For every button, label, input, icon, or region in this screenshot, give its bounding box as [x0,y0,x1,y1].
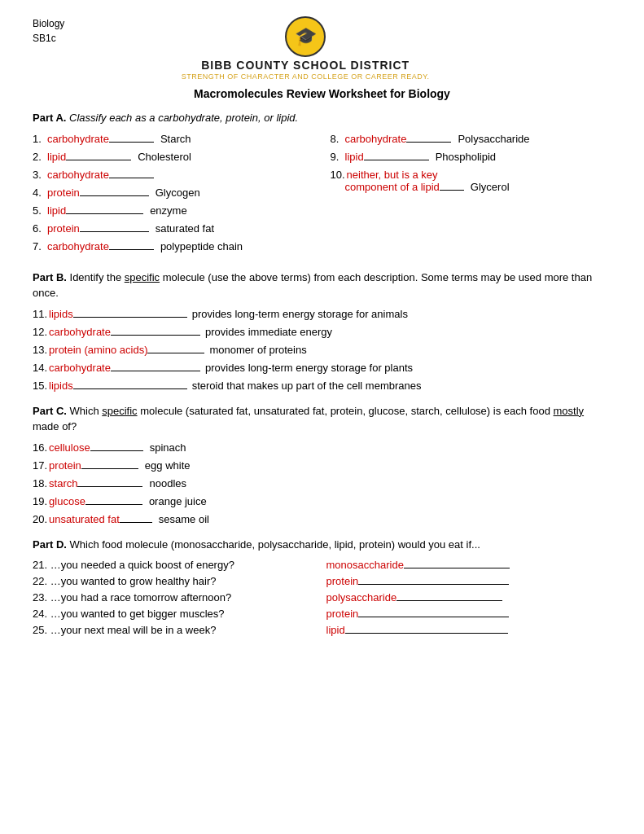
list-item: 11. lipids provides long-term energy sto… [33,308,611,320]
school-logo: 🎓 [285,16,326,57]
list-item: 2. lipid Cholesterol [33,151,314,163]
part-d-section: Part D. Which food molecule (monosacchar… [33,537,611,637]
list-item: 22. …you wanted to grow healthy hair? pr… [33,575,611,587]
list-item: 24. …you wanted to get bigger muscles? p… [33,608,611,620]
page-title: Macromolecules Review Worksheet for Biol… [33,87,611,100]
list-item: 9. lipid Phospholipid [331,151,612,163]
graduation-cap-icon: 🎓 [295,26,317,47]
list-item: 20. unsaturated fat sesame oil [33,513,611,525]
logo-container: 🎓 BIBB COUNTY SCHOOL DISTRICT STRENGTH O… [182,16,430,81]
list-item: 16. cellulose spinach [33,441,611,454]
subject-label: Biology [33,16,64,31]
list-item: 19. glucose orange juice [33,495,611,507]
list-item: 13. protein (amino acids) monomer of pro… [33,344,611,356]
header-left: Biology SB1c [33,16,64,46]
header-center: 🎓 BIBB COUNTY SCHOOL DISTRICT STRENGTH O… [64,16,546,81]
part-a-left: 1. carbohydrate Starch 2. lipid Choleste… [33,133,314,258]
list-item: 17. protein egg white [33,459,611,472]
list-item: 14. carbohydrate provides long-term ener… [33,362,611,374]
list-item: 8. carbohydrate Polysaccharide [331,133,612,145]
part-a-title: Part A. Classify each as a carbohydrate,… [33,110,611,126]
list-item: 10. neither, but is a key component of a… [331,169,612,193]
list-item: 7. carbohydrate polypeptide chain [33,240,314,252]
part-d-title: Part D. Which food molecule (monosacchar… [33,537,611,553]
part-a-right: 8. carbohydrate Polysaccharide 9. lipid … [331,133,612,258]
list-item: 1. carbohydrate Starch [33,133,314,145]
list-item: 18. starch noodles [33,477,611,489]
list-item: 21. …you needed a quick boost of energy?… [33,559,611,571]
part-a-subtitle: Classify each as a carbohydrate, protein… [66,112,298,124]
part-b-title: Part B. Identify the specific molecule (… [33,270,611,301]
course-label: SB1c [33,31,64,46]
district-name: BIBB COUNTY SCHOOL DISTRICT [201,59,410,72]
list-item: 15. lipids steroid that makes up part of… [33,380,611,392]
part-a-section: Part A. Classify each as a carbohydrate,… [33,110,611,258]
part-c-title: Part C. Which specific molecule (saturat… [33,403,611,435]
part-b-section: Part B. Identify the specific molecule (… [33,270,611,392]
page-header: Biology SB1c 🎓 BIBB COUNTY SCHOOL DISTRI… [33,16,611,81]
list-item: 12. carbohydrate provides immediate ener… [33,326,611,338]
list-item: 23. …you had a race tomorrow afternoon? … [33,591,611,604]
list-item: 5. lipid enzyme [33,204,314,217]
part-a-bold: Part A. [33,112,66,124]
list-item: 25. …your next meal will be in a week? l… [33,624,611,636]
part-c-section: Part C. Which specific molecule (saturat… [33,403,611,525]
list-item: 6. protein saturated fat [33,222,314,235]
list-item: 4. protein Glycogen [33,187,314,199]
part-a-grid: 1. carbohydrate Starch 2. lipid Choleste… [33,133,611,258]
district-subtitle: STRENGTH OF CHARACTER AND COLLEGE OR CAR… [182,72,430,81]
list-item: 3. carbohydrate [33,169,314,181]
